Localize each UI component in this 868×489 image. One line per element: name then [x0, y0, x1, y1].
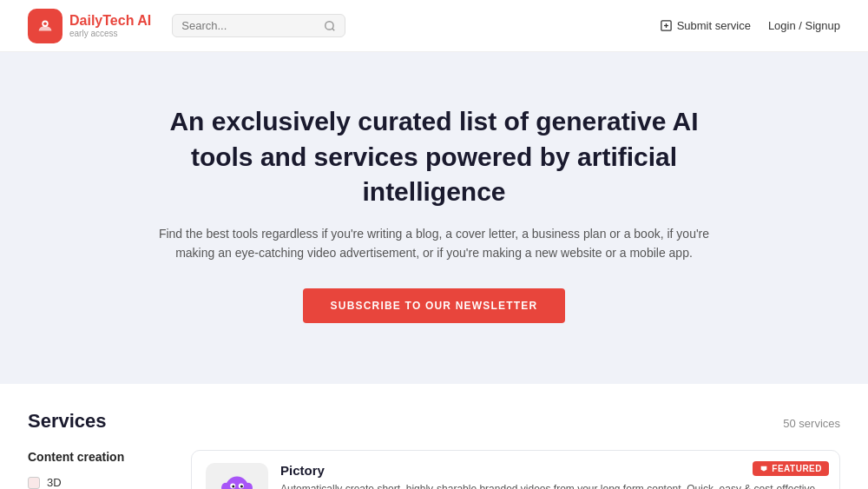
- svg-point-1: [43, 22, 47, 25]
- services-header: Services 50 services: [28, 410, 840, 433]
- submit-service-button[interactable]: Submit service: [660, 19, 751, 32]
- search-area[interactable]: [172, 14, 345, 37]
- featured-flag-icon: [760, 465, 768, 473]
- pictory-desc: Automatically create short, highly-shara…: [280, 481, 825, 489]
- logo-svg: [36, 17, 55, 36]
- pictory-octopus-icon: [211, 468, 263, 489]
- plus-box-icon: [660, 19, 673, 32]
- search-icon: [324, 20, 336, 32]
- subscribe-button[interactable]: SUBSCRIBE TO OUR NEWSLETTER: [303, 288, 566, 323]
- svg-line-3: [332, 28, 335, 30]
- search-input[interactable]: [181, 19, 319, 32]
- hero-section: An exclusively curated list of generativ…: [0, 52, 868, 384]
- logo-icon: [28, 9, 62, 43]
- svg-point-2: [326, 21, 333, 29]
- login-button[interactable]: Login / Signup: [768, 19, 840, 32]
- svg-point-11: [240, 486, 243, 488]
- services-title: Services: [28, 410, 107, 433]
- card-pictory[interactable]: Pictory Automatically create short, high…: [191, 450, 840, 489]
- checkbox-3d[interactable]: [28, 477, 40, 489]
- main-content: Services 50 services Content creation 3D…: [0, 384, 868, 489]
- services-count: 50 services: [783, 417, 840, 430]
- logo-subtitle: early access: [69, 29, 151, 38]
- sidebar-item-3d[interactable]: 3D: [28, 472, 167, 489]
- sidebar-label-3d: 3D: [47, 476, 62, 489]
- header: DailyTech AI early access Submit service…: [0, 0, 868, 52]
- logo-text: DailyTech AI early access: [69, 13, 151, 38]
- header-right: Submit service Login / Signup: [660, 19, 840, 32]
- content-creation-section: Content creation 3D Audio Code Images: [28, 450, 167, 489]
- logo[interactable]: DailyTech AI early access: [28, 9, 151, 43]
- pictory-name: Pictory: [280, 463, 825, 478]
- pictory-info: Pictory Automatically create short, high…: [280, 463, 825, 489]
- cards-area: Pictory Automatically create short, high…: [191, 450, 840, 489]
- content-creation-title: Content creation: [28, 450, 167, 464]
- pictory-logo: [206, 463, 268, 489]
- content-layout: Content creation 3D Audio Code Images: [28, 450, 840, 489]
- hero-description: Find the best tools regardless if you're…: [139, 224, 729, 263]
- svg-point-10: [232, 486, 234, 488]
- sidebar: Content creation 3D Audio Code Images: [28, 450, 167, 489]
- logo-title: DailyTech AI: [69, 13, 151, 29]
- pictory-featured-badge: FEATURED: [753, 461, 829, 476]
- hero-heading: An exclusively curated list of generativ…: [139, 104, 729, 210]
